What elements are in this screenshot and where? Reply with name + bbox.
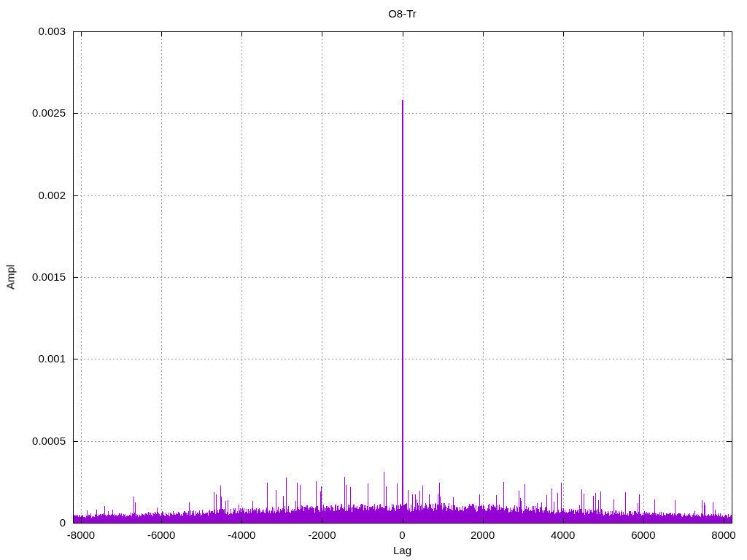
x-tick-label: 0	[374, 529, 432, 541]
x-tick-label: -6000	[132, 529, 190, 541]
y-tick-label: 0.0025	[0, 106, 66, 119]
x-tick-label: -4000	[212, 529, 271, 541]
x-axis-title: Lag	[73, 544, 732, 556]
x-tick-label: 4000	[534, 529, 592, 541]
y-tick-label: 0.001	[0, 352, 66, 365]
y-tick-label: 0.003	[0, 25, 66, 37]
x-tick-label: 8000	[694, 529, 747, 541]
x-tick-label: -8000	[52, 529, 110, 541]
y-tick-label: 0.0005	[0, 435, 66, 447]
chart-title: O8-Tr	[73, 7, 732, 20]
y-tick-label: 0	[0, 516, 66, 529]
x-tick-label: 2000	[454, 529, 512, 541]
plot-canvas	[0, 0, 747, 560]
y-tick-label: 0.0015	[0, 271, 66, 283]
x-tick-label: -2000	[293, 529, 351, 541]
x-tick-label: 6000	[614, 529, 673, 541]
chart-figure: O8-Tr Ampl Lag 00.00050.0010.00150.0020.…	[0, 0, 747, 560]
y-tick-label: 0.002	[0, 189, 66, 201]
